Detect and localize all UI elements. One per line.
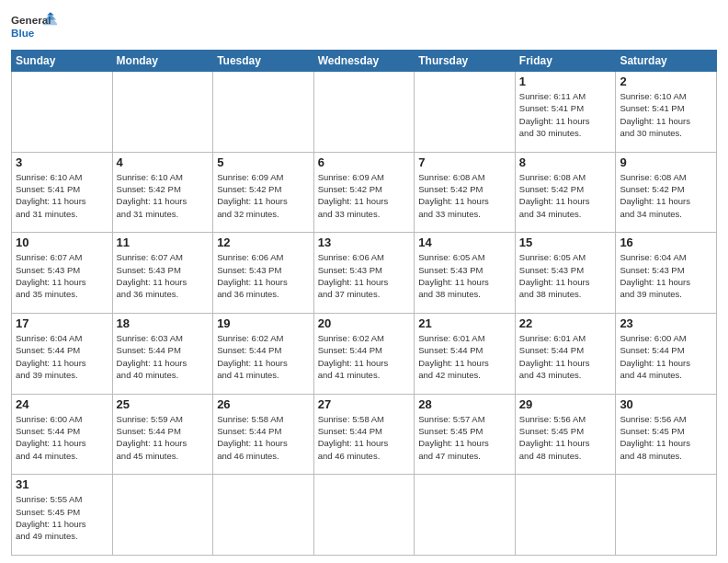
- day-number: 22: [519, 316, 612, 330]
- day-number: 10: [16, 236, 108, 249]
- calendar-cell: 4Sunrise: 6:10 AMSunset: 5:42 PMDaylight…: [112, 152, 213, 233]
- day-number: 12: [217, 236, 310, 249]
- calendar-cell: [415, 475, 516, 556]
- week-row-3: 10Sunrise: 6:07 AMSunset: 5:43 PMDayligh…: [12, 233, 717, 314]
- day-number: 6: [318, 155, 411, 169]
- day-info: Sunrise: 6:02 AMSunset: 5:44 PMDaylight:…: [217, 332, 310, 381]
- calendar-cell: 13Sunrise: 6:06 AMSunset: 5:43 PMDayligh…: [313, 233, 415, 314]
- day-number: 20: [318, 316, 411, 330]
- calendar-cell: 10Sunrise: 6:07 AMSunset: 5:43 PMDayligh…: [12, 233, 113, 314]
- calendar-cell: 8Sunrise: 6:08 AMSunset: 5:42 PMDaylight…: [515, 152, 616, 233]
- calendar-cell: 14Sunrise: 6:05 AMSunset: 5:43 PMDayligh…: [415, 233, 516, 314]
- weekday-header-tuesday: Tuesday: [213, 51, 314, 72]
- day-info: Sunrise: 6:08 AMSunset: 5:42 PMDaylight:…: [418, 171, 511, 220]
- day-number: 2: [620, 75, 712, 88]
- calendar-cell: 16Sunrise: 6:04 AMSunset: 5:43 PMDayligh…: [616, 233, 717, 314]
- day-info: Sunrise: 6:10 AMSunset: 5:41 PMDaylight:…: [16, 171, 108, 220]
- calendar-cell: 12Sunrise: 6:06 AMSunset: 5:43 PMDayligh…: [213, 233, 314, 314]
- day-info: Sunrise: 6:08 AMSunset: 5:42 PMDaylight:…: [620, 171, 712, 220]
- logo: General Blue: [11, 9, 57, 44]
- day-number: 8: [519, 155, 612, 169]
- day-number: 16: [620, 236, 712, 249]
- day-info: Sunrise: 5:56 AMSunset: 5:45 PMDaylight:…: [519, 413, 612, 462]
- weekday-header-wednesday: Wednesday: [313, 51, 415, 72]
- calendar-body: 1Sunrise: 6:11 AMSunset: 5:41 PMDaylight…: [12, 72, 717, 556]
- calendar-cell: [12, 72, 113, 153]
- weekday-header-monday: Monday: [112, 51, 213, 72]
- day-number: 9: [620, 155, 712, 169]
- week-row-2: 3Sunrise: 6:10 AMSunset: 5:41 PMDaylight…: [12, 152, 717, 233]
- calendar-cell: 2Sunrise: 6:10 AMSunset: 5:41 PMDaylight…: [616, 72, 717, 153]
- day-info: Sunrise: 6:04 AMSunset: 5:43 PMDaylight:…: [620, 251, 712, 300]
- day-info: Sunrise: 5:57 AMSunset: 5:45 PMDaylight:…: [418, 413, 511, 462]
- day-number: 15: [519, 236, 612, 249]
- day-number: 7: [418, 155, 511, 169]
- calendar-cell: 9Sunrise: 6:08 AMSunset: 5:42 PMDaylight…: [616, 152, 717, 233]
- weekday-header-friday: Friday: [515, 51, 616, 72]
- day-info: Sunrise: 6:05 AMSunset: 5:43 PMDaylight:…: [519, 251, 612, 300]
- day-info: Sunrise: 6:05 AMSunset: 5:43 PMDaylight:…: [418, 251, 511, 300]
- day-number: 4: [117, 155, 210, 169]
- calendar-header: SundayMondayTuesdayWednesdayThursdayFrid…: [12, 51, 717, 72]
- calendar-cell: 21Sunrise: 6:01 AMSunset: 5:44 PMDayligh…: [415, 313, 516, 394]
- day-number: 19: [217, 316, 310, 330]
- week-row-6: 31Sunrise: 5:55 AMSunset: 5:45 PMDayligh…: [12, 475, 717, 556]
- day-info: Sunrise: 6:01 AMSunset: 5:44 PMDaylight:…: [519, 332, 612, 381]
- calendar-cell: 20Sunrise: 6:02 AMSunset: 5:44 PMDayligh…: [313, 313, 415, 394]
- day-info: Sunrise: 6:09 AMSunset: 5:42 PMDaylight:…: [318, 171, 411, 220]
- calendar-cell: 1Sunrise: 6:11 AMSunset: 5:41 PMDaylight…: [515, 72, 616, 153]
- week-row-5: 24Sunrise: 6:00 AMSunset: 5:44 PMDayligh…: [12, 394, 717, 475]
- day-info: Sunrise: 6:08 AMSunset: 5:42 PMDaylight:…: [519, 171, 612, 220]
- day-number: 11: [117, 236, 210, 249]
- day-info: Sunrise: 6:11 AMSunset: 5:41 PMDaylight:…: [519, 90, 612, 139]
- day-number: 18: [117, 316, 210, 330]
- calendar-cell: [415, 72, 516, 153]
- day-info: Sunrise: 6:09 AMSunset: 5:42 PMDaylight:…: [217, 171, 310, 220]
- day-number: 23: [620, 316, 712, 330]
- day-info: Sunrise: 6:03 AMSunset: 5:44 PMDaylight:…: [117, 332, 210, 381]
- weekday-row: SundayMondayTuesdayWednesdayThursdayFrid…: [12, 51, 717, 72]
- day-info: Sunrise: 5:58 AMSunset: 5:44 PMDaylight:…: [217, 413, 310, 462]
- day-info: Sunrise: 5:55 AMSunset: 5:45 PMDaylight:…: [16, 493, 108, 542]
- day-number: 29: [519, 397, 612, 411]
- day-number: 14: [418, 236, 511, 249]
- day-info: Sunrise: 6:07 AMSunset: 5:43 PMDaylight:…: [16, 251, 108, 300]
- day-info: Sunrise: 6:06 AMSunset: 5:43 PMDaylight:…: [318, 251, 411, 300]
- day-number: 17: [16, 316, 108, 330]
- header: General Blue: [11, 9, 717, 44]
- calendar-table: SundayMondayTuesdayWednesdayThursdayFrid…: [11, 50, 717, 556]
- calendar-cell: [213, 72, 314, 153]
- day-number: 26: [217, 397, 310, 411]
- weekday-header-saturday: Saturday: [616, 51, 717, 72]
- day-info: Sunrise: 6:04 AMSunset: 5:44 PMDaylight:…: [16, 332, 108, 381]
- week-row-4: 17Sunrise: 6:04 AMSunset: 5:44 PMDayligh…: [12, 313, 717, 394]
- weekday-header-thursday: Thursday: [415, 51, 516, 72]
- day-info: Sunrise: 6:10 AMSunset: 5:41 PMDaylight:…: [620, 90, 712, 139]
- day-number: 3: [16, 155, 108, 169]
- page: General Blue SundayMondayTuesdayWednesda…: [0, 0, 728, 563]
- day-number: 28: [418, 397, 511, 411]
- weekday-header-sunday: Sunday: [12, 51, 113, 72]
- day-info: Sunrise: 5:58 AMSunset: 5:44 PMDaylight:…: [318, 413, 411, 462]
- day-number: 25: [117, 397, 210, 411]
- calendar-cell: 31Sunrise: 5:55 AMSunset: 5:45 PMDayligh…: [12, 475, 113, 556]
- day-number: 5: [217, 155, 310, 169]
- calendar-cell: [313, 475, 415, 556]
- day-info: Sunrise: 6:00 AMSunset: 5:44 PMDaylight:…: [16, 413, 108, 462]
- calendar-cell: 17Sunrise: 6:04 AMSunset: 5:44 PMDayligh…: [12, 313, 113, 394]
- calendar-cell: 23Sunrise: 6:00 AMSunset: 5:44 PMDayligh…: [616, 313, 717, 394]
- day-info: Sunrise: 6:01 AMSunset: 5:44 PMDaylight:…: [418, 332, 511, 381]
- calendar-cell: 27Sunrise: 5:58 AMSunset: 5:44 PMDayligh…: [313, 394, 415, 475]
- calendar-cell: 25Sunrise: 5:59 AMSunset: 5:44 PMDayligh…: [112, 394, 213, 475]
- calendar-cell: 18Sunrise: 6:03 AMSunset: 5:44 PMDayligh…: [112, 313, 213, 394]
- calendar-cell: [313, 72, 415, 153]
- calendar-cell: 22Sunrise: 6:01 AMSunset: 5:44 PMDayligh…: [515, 313, 616, 394]
- day-number: 30: [620, 397, 712, 411]
- week-row-1: 1Sunrise: 6:11 AMSunset: 5:41 PMDaylight…: [12, 72, 717, 153]
- day-number: 21: [418, 316, 511, 330]
- day-number: 31: [16, 477, 108, 491]
- day-info: Sunrise: 6:06 AMSunset: 5:43 PMDaylight:…: [217, 251, 310, 300]
- calendar-cell: 5Sunrise: 6:09 AMSunset: 5:42 PMDaylight…: [213, 152, 314, 233]
- day-info: Sunrise: 5:56 AMSunset: 5:45 PMDaylight:…: [620, 413, 712, 462]
- calendar-cell: [112, 475, 213, 556]
